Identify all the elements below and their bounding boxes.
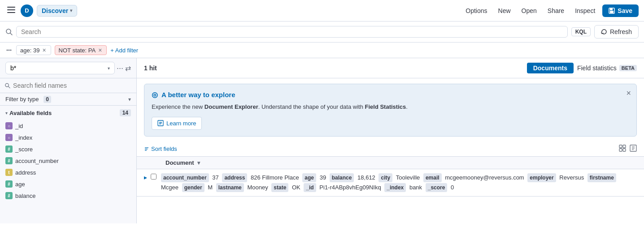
svg-point-9 [9, 50, 10, 51]
search-icon-button[interactable] [5, 28, 13, 35]
explore-icon: ◎ [152, 90, 158, 99]
view-toggle: Documents Field statistics BETA [527, 63, 637, 73]
grid-view-button[interactable] [619, 145, 626, 154]
field-label: firstname [587, 173, 616, 182]
info-banner: ◎ A better way to explore Experience the… [144, 84, 637, 137]
field-label: _id [304, 183, 316, 192]
field-value: 826 Fillmore Place [251, 174, 299, 181]
sort-fields-button[interactable]: Sort fields [144, 145, 177, 152]
add-filter-button[interactable]: + Add filter [110, 47, 138, 54]
index-label: b* [10, 64, 16, 72]
field-value: mcgeemooney@reversus.com [445, 174, 524, 181]
svg-point-8 [7, 50, 8, 51]
expand-row-button[interactable]: ▸ [144, 174, 147, 181]
list-item[interactable]: # account_number [0, 155, 136, 167]
documents-view-button[interactable]: Documents [527, 63, 574, 73]
field-type-num-icon: # [5, 145, 13, 153]
search-input-wrap [16, 26, 568, 38]
state-filter-tag[interactable]: NOT state: PA × [55, 45, 107, 55]
field-name-label: _score [15, 146, 33, 153]
save-button[interactable]: Save [602, 4, 639, 17]
list-item[interactable]: # _score [0, 143, 136, 155]
collapse-button[interactable]: ⇄ [125, 64, 131, 73]
state-filter-close[interactable]: × [97, 47, 103, 54]
close-banner-button[interactable]: × [626, 89, 631, 98]
field-value: Mooney [247, 184, 268, 191]
field-name-label: address [15, 169, 36, 176]
top-nav: D Discover ▾ Options New Open Share Insp… [0, 0, 644, 21]
field-statistics-button[interactable]: Field statistics BETA [577, 64, 637, 72]
field-label: balance [330, 173, 354, 182]
filter-type-row[interactable]: Filter by type 0 ▾ [0, 93, 136, 106]
field-type-num-icon: # [5, 180, 13, 188]
chevron-down-icon: ▾ [70, 8, 72, 13]
field-value: 0 [451, 184, 454, 191]
sort-chevron-icon: ▾ [197, 160, 200, 166]
svg-point-11 [5, 83, 9, 86]
svg-rect-21 [623, 145, 626, 148]
search-bar: KQL Refresh [0, 21, 644, 43]
list-item[interactable]: ○ _id [0, 120, 136, 132]
banner-title: ◎ A better way to explore [152, 90, 629, 99]
discover-button[interactable]: Discover ▾ [37, 5, 77, 17]
field-list: ○ _id ○ _index # _score # account_number… [0, 118, 136, 223]
new-button[interactable]: New [495, 5, 514, 16]
field-value: Mcgee [161, 184, 178, 191]
inspect-button[interactable]: Inspect [571, 5, 599, 16]
field-value: Reversus [559, 174, 584, 181]
section-collapse-icon[interactable]: ▾ [5, 111, 8, 116]
available-fields-header: ▾ Available fields 14 [0, 106, 136, 118]
table-header: Document ▾ [137, 157, 644, 169]
row-checkbox[interactable] [151, 174, 157, 180]
field-options-button[interactable]: ··· [117, 64, 123, 73]
beta-badge: BETA [619, 65, 637, 71]
banner-body: Experience the new Document Explorer. Un… [152, 103, 629, 111]
sidebar: b* ▾ ··· ⇄ Filter by type 0 ▾ ▾ Availabl… [0, 58, 137, 223]
age-filter-tag[interactable]: age: 39 × [16, 45, 51, 55]
open-button[interactable]: Open [518, 5, 540, 16]
learn-more-label: Learn more [166, 120, 196, 127]
svg-line-12 [9, 86, 10, 88]
field-name-label: age [15, 181, 25, 188]
field-value: 37 [212, 174, 218, 181]
list-item[interactable]: t address [0, 167, 136, 178]
options-button[interactable]: Options [462, 5, 491, 16]
refresh-button[interactable]: Refresh [594, 25, 639, 38]
field-label: gender [182, 183, 205, 192]
hamburger-button[interactable] [5, 5, 17, 16]
svg-rect-20 [619, 145, 622, 148]
sort-fields-label: Sort fields [151, 145, 177, 152]
kql-toggle[interactable]: KQL [571, 27, 591, 36]
expand-view-button[interactable] [630, 145, 637, 154]
list-item[interactable]: # balance [0, 190, 136, 201]
filter-type-count: 0 [44, 96, 51, 103]
share-button[interactable]: Share [544, 5, 568, 16]
doc-content: account_number 37 address 826 Fillmore P… [160, 173, 637, 192]
field-name-label: balance [15, 192, 36, 199]
field-label: account_number [161, 173, 209, 182]
svg-rect-2 [7, 12, 15, 13]
svg-rect-22 [619, 149, 622, 151]
nav-left: D Discover ▾ [5, 4, 77, 17]
filter-options-icon[interactable] [5, 47, 13, 54]
learn-more-button[interactable]: Learn more [152, 117, 202, 130]
main-content: b* ▾ ··· ⇄ Filter by type 0 ▾ ▾ Availabl… [0, 58, 644, 223]
nav-right: Options New Open Share Inspect Save [462, 4, 639, 17]
index-pattern-button[interactable]: b* ▾ [5, 62, 115, 74]
refresh-label: Refresh [610, 28, 632, 35]
document-column-header: Document ▾ [165, 159, 637, 166]
search-input[interactable] [21, 28, 563, 35]
available-fields-title: Available fields [9, 110, 118, 116]
age-filter-label: age: 39 [20, 47, 39, 54]
list-item[interactable]: # age [0, 178, 136, 190]
svg-rect-23 [623, 149, 626, 151]
filter-type-label: Filter by type 0 [5, 96, 51, 103]
age-filter-close[interactable]: × [41, 47, 47, 54]
search-fields-input[interactable] [13, 82, 132, 89]
field-name-label: _id [15, 123, 23, 129]
list-item[interactable]: ○ _index [0, 132, 136, 143]
view-icons [619, 145, 637, 154]
svg-rect-5 [610, 11, 614, 13]
field-type-num-icon: # [5, 192, 13, 199]
index-selector-row: b* ▾ ··· ⇄ [0, 58, 136, 78]
